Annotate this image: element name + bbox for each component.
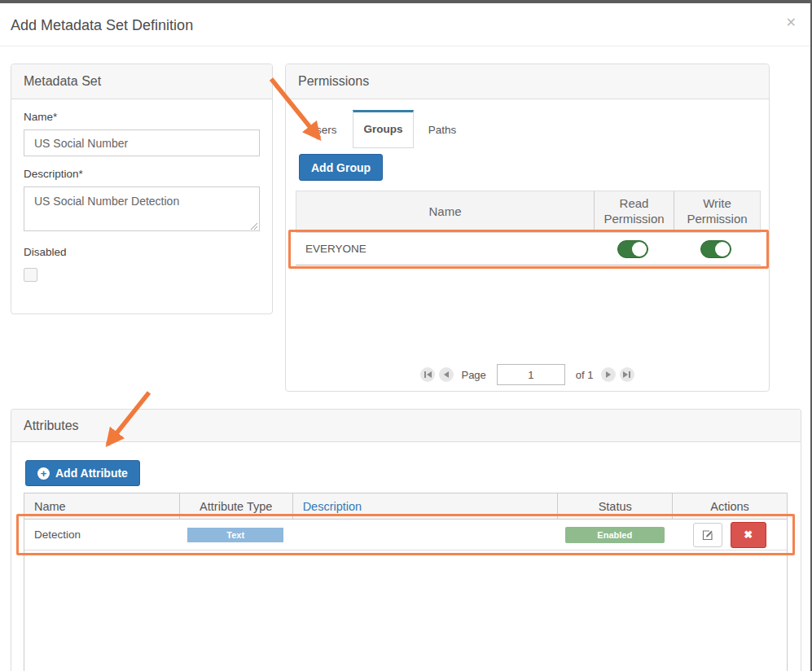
- edit-attribute-button[interactable]: [693, 523, 722, 547]
- attributes-table: Name Attribute Type Description Status A…: [24, 493, 788, 671]
- add-metadata-set-dialog: Add Metadata Set Definition ✕ Metadata S…: [0, 3, 810, 671]
- add-group-button-label: Add Group: [311, 161, 371, 174]
- description-input[interactable]: US Social Number Detection: [24, 186, 260, 231]
- permissions-panel-title: Permissions: [286, 64, 769, 99]
- attributes-table-header: Name Attribute Type Description Status A…: [24, 493, 787, 520]
- toggle-knob: [632, 242, 647, 257]
- description-label: Description*: [24, 168, 260, 180]
- last-page-button[interactable]: [620, 367, 634, 382]
- page-label: Page: [461, 369, 485, 381]
- attribute-name-cell: Detection: [24, 520, 179, 550]
- delete-x-icon: ✖: [744, 528, 753, 541]
- add-group-button[interactable]: Add Group: [299, 154, 383, 181]
- attribute-type-badge: Text: [187, 528, 283, 542]
- groups-permission-table: Name Read Permission Write Permission EV…: [296, 191, 761, 265]
- metadata-set-panel-title: Metadata Set: [11, 64, 272, 99]
- edit-pencil-icon: [701, 528, 714, 542]
- plus-circle-icon: +: [37, 467, 50, 480]
- name-input[interactable]: [24, 129, 260, 156]
- disabled-label: Disabled: [24, 246, 260, 258]
- permissions-panel: Permissions Users Groups Paths Add Group…: [285, 64, 770, 392]
- next-page-button[interactable]: [601, 367, 616, 382]
- delete-attribute-button[interactable]: ✖: [731, 522, 766, 548]
- disabled-checkbox[interactable]: [24, 268, 37, 282]
- column-header-attribute-type: Attribute Type: [179, 493, 292, 519]
- groups-table-header: Name Read Permission Write Permission: [296, 191, 761, 233]
- pagination: Page of 1: [286, 364, 769, 385]
- attributes-panel-title: Attributes: [11, 410, 801, 442]
- add-attribute-button-label: Add Attribute: [55, 467, 128, 480]
- group-name-cell: EVERYONE: [296, 243, 593, 255]
- dialog-header: Add Metadata Set Definition ✕: [0, 3, 810, 46]
- page-number-input[interactable]: [497, 364, 565, 385]
- name-label: Name*: [24, 111, 260, 123]
- write-permission-toggle[interactable]: [700, 240, 731, 258]
- dialog-title: Add Metadata Set Definition: [11, 17, 193, 34]
- add-attribute-button[interactable]: + Add Attribute: [25, 460, 140, 486]
- table-row: EVERYONE: [296, 233, 761, 265]
- tab-users[interactable]: Users: [297, 112, 348, 148]
- column-header-actions: Actions: [672, 493, 787, 519]
- tab-paths[interactable]: Paths: [416, 112, 468, 148]
- column-header-name: Name: [296, 191, 594, 232]
- read-permission-toggle[interactable]: [617, 240, 648, 258]
- attribute-description-cell: [292, 520, 558, 550]
- column-header-description[interactable]: Description: [292, 493, 558, 519]
- page-background: Add Metadata Set Definition ✕ Metadata S…: [0, 0, 812, 671]
- status-badge: Enabled: [565, 527, 665, 543]
- close-icon[interactable]: ✕: [786, 16, 797, 29]
- column-header-status: Status: [557, 493, 672, 519]
- previous-page-button[interactable]: [439, 367, 454, 382]
- metadata-set-panel: Metadata Set Name* Description* US Socia…: [11, 64, 273, 314]
- first-page-button[interactable]: [420, 367, 435, 382]
- page-of-label: of 1: [576, 369, 594, 381]
- column-header-name: Name: [24, 493, 179, 519]
- column-header-read-permission: Read Permission: [594, 191, 674, 232]
- tab-groups[interactable]: Groups: [353, 110, 414, 148]
- toggle-knob: [715, 242, 730, 257]
- table-row: Detection Text Enabled: [24, 520, 787, 550]
- attributes-panel: Attributes + Add Attribute Name Attribut…: [11, 409, 801, 671]
- column-header-write-permission: Write Permission: [674, 191, 760, 232]
